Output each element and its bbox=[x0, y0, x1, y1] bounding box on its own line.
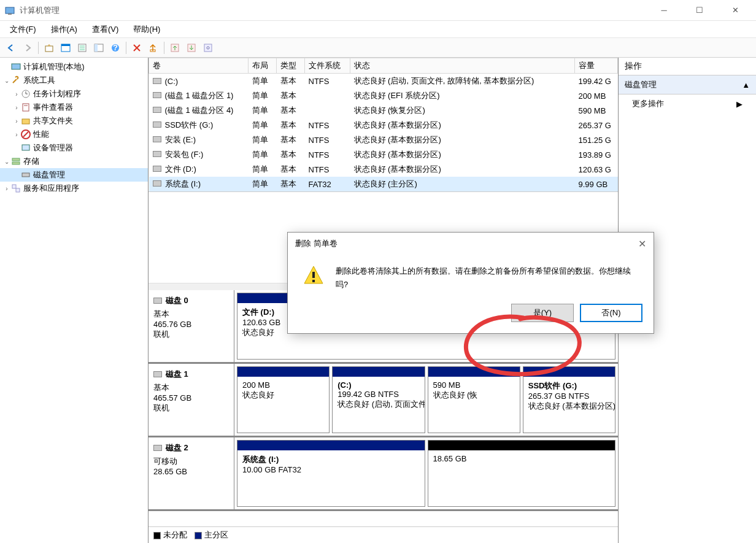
menu-help[interactable]: 帮助(H) bbox=[127, 21, 166, 37]
disk-row[interactable]: 磁盘 2可移动28.65 GB系统盘 (I:)10.00 GB FAT3218.… bbox=[148, 437, 618, 511]
disk-icon bbox=[153, 371, 162, 377]
navigation-tree[interactable]: 计算机管理(本地) ⌄系统工具 ›任务计划程序 ›事件查看器 ›共享文件夹 ›性… bbox=[0, 58, 148, 543]
svg-rect-2 bbox=[45, 46, 53, 52]
menu-file[interactable]: 文件(F) bbox=[4, 21, 42, 37]
settings-button[interactable] bbox=[201, 40, 215, 55]
partition[interactable]: SSD软件 (G:)265.37 GB NTFS状态良好 (基本数据分区) bbox=[523, 366, 615, 433]
chevron-right-icon: ▶ bbox=[736, 99, 742, 109]
table-row[interactable]: (C:)简单基本NTFS状态良好 (启动, 页面文件, 故障转储, 基本数据分区… bbox=[149, 74, 618, 89]
collapse-icon: ▲ bbox=[742, 80, 750, 90]
svg-rect-27 bbox=[12, 162, 20, 164]
storage-icon bbox=[11, 156, 21, 166]
view-bottom-button[interactable] bbox=[184, 40, 199, 55]
services-icon bbox=[11, 183, 21, 193]
actions-section[interactable]: 磁盘管理 ▲ bbox=[619, 75, 756, 94]
window-maximize-button[interactable]: ☐ bbox=[687, 2, 712, 19]
svg-rect-18 bbox=[12, 64, 20, 69]
dialog-close-button[interactable]: ✕ bbox=[638, 238, 646, 250]
warning-icon bbox=[303, 264, 325, 291]
partition[interactable]: 系统盘 (I:)10.00 GB FAT32 bbox=[237, 440, 425, 507]
svg-rect-0 bbox=[6, 7, 14, 13]
show-hide-tree-button[interactable] bbox=[58, 40, 73, 55]
table-row[interactable]: (磁盘 1 磁盘分区 1)简单基本状态良好 (EFI 系统分区)200 MB bbox=[149, 88, 618, 103]
col-fs[interactable]: 文件系统 bbox=[305, 58, 350, 74]
partition[interactable]: 590 MB状态良好 (恢 bbox=[428, 366, 520, 433]
partition[interactable]: (C:)199.42 GB NTFS状态良好 (启动, 页面文件, bbox=[332, 366, 425, 433]
volume-icon bbox=[153, 180, 161, 187]
volume-icon bbox=[153, 151, 161, 157]
disk-row[interactable]: 磁盘 1基本465.57 GB联机200 MB状态良好(C:)199.42 GB… bbox=[148, 364, 618, 437]
disk-mgmt-icon bbox=[21, 170, 31, 180]
delete-volume-dialog: 删除 简单卷 ✕ 删除此卷将清除其上的所有数据。请在删除之前备份所有希望保留的数… bbox=[287, 232, 654, 334]
table-row[interactable]: SSD软件 (G:)简单基本NTFS状态良好 (基本数据分区)265.37 G bbox=[149, 118, 618, 133]
svg-rect-26 bbox=[12, 158, 20, 161]
svg-rect-30 bbox=[16, 188, 20, 192]
window-close-button[interactable]: ✕ bbox=[723, 2, 747, 19]
dialog-title: 删除 简单卷 bbox=[295, 238, 338, 249]
tree-performance[interactable]: 性能 bbox=[33, 129, 49, 140]
computer-icon bbox=[11, 62, 21, 72]
refresh-button[interactable] bbox=[146, 40, 161, 55]
table-row[interactable]: 文件 (D:)简单基本NTFS状态良好 (基本数据分区)120.63 G bbox=[149, 162, 618, 177]
table-row[interactable]: 系统盘 (I:)简单基本FAT32状态良好 (主分区)9.99 GB bbox=[149, 177, 618, 191]
svg-rect-1 bbox=[8, 13, 12, 15]
dialog-no-button[interactable]: 否(N) bbox=[580, 304, 642, 322]
col-layout[interactable]: 布局 bbox=[249, 58, 277, 74]
svg-point-17 bbox=[207, 47, 209, 49]
svg-rect-20 bbox=[23, 104, 29, 111]
svg-rect-22 bbox=[22, 119, 29, 124]
device-icon bbox=[21, 143, 31, 153]
disk-icon bbox=[153, 445, 162, 451]
help-button[interactable]: ? bbox=[108, 40, 123, 55]
legend-primary: 主分区 bbox=[204, 530, 228, 539]
disk-icon bbox=[153, 298, 162, 304]
svg-rect-31 bbox=[312, 272, 315, 278]
volume-icon bbox=[153, 166, 161, 172]
partition[interactable]: 200 MB状态良好 bbox=[237, 366, 330, 433]
tree-device-manager[interactable]: 设备管理器 bbox=[33, 142, 73, 153]
volume-icon bbox=[153, 107, 161, 113]
list-button[interactable] bbox=[91, 40, 106, 55]
toolbar: ? bbox=[0, 38, 756, 58]
tree-system-tools[interactable]: 系统工具 bbox=[23, 75, 55, 86]
dialog-yes-button[interactable]: 是(Y) bbox=[511, 304, 574, 322]
col-capacity[interactable]: 容量 bbox=[575, 58, 618, 74]
table-row[interactable]: 安装包 (F:)简单基本NTFS状态良好 (基本数据分区)193.89 G bbox=[149, 147, 618, 162]
delete-button[interactable] bbox=[129, 40, 144, 55]
volume-icon bbox=[153, 121, 161, 128]
volume-icon bbox=[153, 78, 161, 84]
nav-forward-button[interactable] bbox=[20, 40, 35, 55]
col-status[interactable]: 状态 bbox=[350, 58, 575, 74]
volume-icon bbox=[153, 136, 161, 142]
svg-rect-4 bbox=[61, 44, 70, 46]
tree-shared-folders[interactable]: 共享文件夹 bbox=[33, 115, 73, 126]
dialog-message: 删除此卷将清除其上的所有数据。请在删除之前备份所有希望保留的数据。你想继续吗? bbox=[336, 264, 639, 291]
app-icon bbox=[5, 6, 15, 15]
tree-root[interactable]: 计算机管理(本地) bbox=[23, 61, 85, 72]
window-minimize-button[interactable]: ─ bbox=[652, 2, 676, 19]
col-volume[interactable]: 卷 bbox=[149, 58, 249, 74]
tree-disk-management[interactable]: 磁盘管理 bbox=[33, 169, 65, 180]
properties-button[interactable] bbox=[75, 40, 90, 55]
menu-action[interactable]: 操作(A) bbox=[45, 21, 83, 37]
actions-more[interactable]: 更多操作 ▶ bbox=[619, 94, 756, 113]
tree-task-scheduler[interactable]: 任务计划程序 bbox=[33, 88, 81, 99]
svg-rect-28 bbox=[22, 173, 29, 177]
tree-event-viewer[interactable]: 事件查看器 bbox=[33, 102, 73, 113]
perf-icon bbox=[21, 129, 31, 139]
nav-back-button[interactable] bbox=[4, 40, 18, 55]
table-row[interactable]: (磁盘 1 磁盘分区 4)简单基本状态良好 (恢复分区)590 MB bbox=[149, 103, 618, 118]
menu-bar: 文件(F) 操作(A) 查看(V) 帮助(H) bbox=[0, 21, 756, 38]
clock-icon bbox=[21, 89, 31, 99]
view-top-button[interactable] bbox=[168, 40, 182, 55]
table-row[interactable]: 安装 (E:)简单基本NTFS状态良好 (基本数据分区)151.25 G bbox=[149, 133, 618, 147]
partition[interactable]: 18.65 GB bbox=[428, 440, 616, 507]
window-title: 计算机管理 bbox=[20, 5, 652, 16]
tree-storage[interactable]: 存储 bbox=[23, 156, 39, 167]
up-button[interactable] bbox=[42, 40, 56, 55]
menu-view[interactable]: 查看(V) bbox=[86, 21, 125, 37]
volume-table[interactable]: 卷 布局 类型 文件系统 状态 容量 (C:)简单基本NTFS状态良好 (启动,… bbox=[148, 58, 618, 191]
tree-services[interactable]: 服务和应用程序 bbox=[23, 183, 79, 194]
window-titlebar: 计算机管理 ─ ☐ ✕ bbox=[0, 0, 756, 21]
col-type[interactable]: 类型 bbox=[277, 58, 305, 74]
